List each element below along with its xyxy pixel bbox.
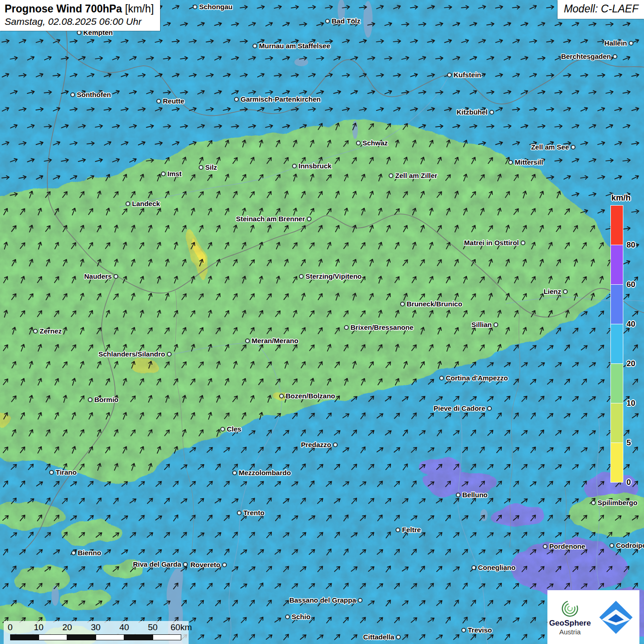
city-label: Imst — [167, 170, 182, 178]
city-label: Cortina d'Ampezzo — [446, 374, 508, 382]
city-dot — [613, 55, 617, 58]
city-label: Cittadella — [363, 633, 394, 641]
legend-tick-label: 0 — [627, 478, 631, 487]
legend-unit-label: km/h — [611, 193, 631, 203]
page-subtitle: Samstag, 02.08.2025 06:00 Uhr — [5, 16, 154, 27]
title-box: Prognose Wind 700hPa [km/h] Samstag, 02.… — [0, 0, 160, 31]
city-label: Belluno — [462, 491, 488, 499]
legend-segment — [611, 324, 623, 364]
city-marker: Sterzing/Vipiteno — [299, 272, 362, 280]
city-label: Feltre — [402, 526, 421, 534]
geosphere-name: GeoSphere — [549, 619, 591, 628]
city-marker: Sonthofen — [71, 91, 111, 98]
city-dot — [88, 398, 92, 402]
scale-bar-segment — [10, 634, 39, 640]
city-label: Bozen/Bolzano — [286, 392, 335, 400]
wind-forecast-map-page: SchongauBad TölzKemptenMurnau am Staffel… — [0, 0, 644, 644]
city-marker: Conegliano — [472, 564, 516, 571]
city-marker: Matrei in Osttirol — [464, 239, 525, 247]
city-dot — [223, 563, 226, 567]
city-dot — [389, 174, 393, 178]
city-marker: Bassano del Grappa — [289, 596, 362, 604]
scale-bar-number: 60km — [171, 622, 192, 632]
city-label: Mezzolombardo — [239, 469, 291, 477]
city-dot — [34, 329, 37, 333]
scale-bar-segment — [124, 634, 153, 640]
city-marker: Mezzolombardo — [233, 469, 291, 477]
city-dot — [462, 628, 466, 632]
legend-bar-wrap: 806040201050 — [611, 206, 631, 482]
geosphere-logo-right — [592, 590, 639, 644]
city-dot — [299, 275, 303, 278]
city-label: Lienz — [544, 288, 561, 295]
city-label: Brixen/Bressanone — [351, 323, 414, 331]
city-marker: Murnau am Staffelsee — [253, 42, 330, 50]
city-dot — [472, 566, 476, 569]
city-dot — [293, 164, 296, 168]
city-label: Zell am Ziller — [395, 172, 437, 179]
city-label: Spilimbergo — [598, 499, 638, 506]
city-dot — [490, 110, 494, 114]
city-label: Treviso — [468, 626, 492, 634]
city-dot — [307, 217, 311, 221]
city-marker: Steinach am Brenner — [236, 215, 311, 223]
city-dot — [253, 44, 257, 48]
city-label: Garmisch-Partenkirchen — [241, 95, 321, 103]
city-marker: Bozen/Bolzano — [280, 392, 335, 400]
city-dot — [629, 41, 633, 45]
city-label: Sonthofen — [77, 91, 111, 98]
scale-bar-number: 20 — [62, 622, 72, 632]
scale-bar-number: 10 — [34, 622, 43, 632]
city-dot — [448, 73, 451, 77]
city-label: Rovereto — [190, 561, 220, 569]
city-dot — [157, 99, 161, 103]
page-title-unit: [km/h] — [125, 3, 154, 15]
model-label: Modell: C-LAEF — [558, 0, 644, 19]
scale-bar-number: 0 — [8, 622, 13, 632]
city-dot — [397, 635, 400, 639]
city-dot — [167, 352, 171, 356]
city-dot — [488, 407, 491, 410]
city-label: Silz — [205, 163, 217, 171]
city-label: Pieve di Cadore — [433, 404, 485, 412]
city-dot — [126, 202, 130, 206]
city-dot — [509, 161, 512, 164]
city-label: Schio — [292, 613, 310, 621]
city-dot — [184, 563, 187, 566]
city-dot — [543, 545, 547, 548]
city-label: Sterzing/Vipiteno — [305, 272, 362, 280]
city-label: Conegliano — [478, 564, 516, 571]
geosphere-arrow-icon — [596, 598, 636, 637]
city-label: Zell am See — [531, 143, 569, 151]
lake-shape — [52, 586, 59, 606]
city-dot — [71, 93, 75, 97]
city-marker: Schlanders/Silandro — [98, 350, 171, 358]
city-label: Sillian — [472, 321, 492, 328]
city-dot — [592, 501, 595, 505]
geosphere-swirl-icon — [559, 598, 581, 619]
city-dot — [199, 166, 203, 169]
city-label: Matrei in Osttirol — [464, 239, 519, 247]
city-label: Schwaz — [362, 139, 388, 147]
legend-segment — [611, 245, 623, 285]
wind-speed-legend: km/h 806040201050 — [611, 193, 631, 482]
city-dot — [396, 528, 400, 532]
city-dot — [571, 145, 575, 149]
city-marker: Zell am See — [531, 143, 575, 151]
city-label: Hallein — [604, 39, 627, 47]
city-label: Bienno — [78, 549, 101, 557]
city-dot — [235, 98, 238, 101]
city-marker: Pieve di Cadore — [433, 404, 491, 412]
city-dot — [77, 31, 81, 34]
city-dot — [246, 339, 249, 343]
legend-segment — [611, 285, 623, 324]
city-marker: Brixen/Bressanone — [345, 323, 414, 331]
city-dot — [280, 394, 283, 398]
city-dot — [440, 376, 443, 380]
scale-bar-number: 40 — [119, 622, 129, 632]
city-label: Schongau — [199, 3, 233, 11]
city-marker: Cortina d'Ampezzo — [440, 374, 508, 382]
city-label: Bassano del Grappa — [289, 596, 356, 604]
legend-tick-label: 40 — [627, 320, 635, 329]
city-label: Bormio — [94, 396, 119, 403]
